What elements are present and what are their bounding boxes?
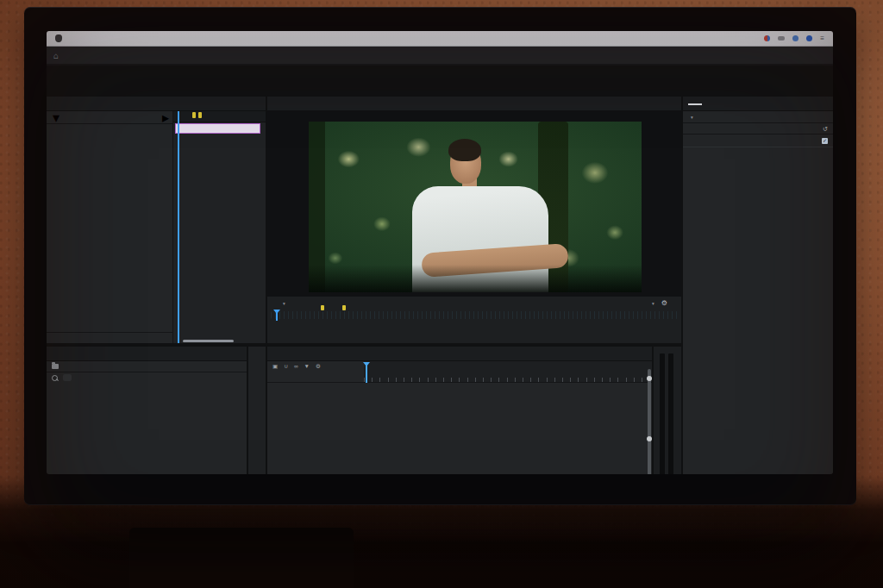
search-icon[interactable]: [52, 375, 58, 381]
menu-list-icon[interactable]: ≡: [820, 35, 824, 42]
timeline-settings-icon[interactable]: ⚙: [316, 364, 321, 370]
lumetri-clip-selector: ▾: [683, 111, 833, 123]
snap-magnet-icon[interactable]: ∪: [284, 364, 288, 370]
macos-menu-bar: ≡: [47, 31, 833, 47]
screen: ≡ ⌂ ▾: [47, 31, 833, 474]
sequence-marker-icon[interactable]: [192, 112, 196, 118]
tab-lumetri-color[interactable]: [688, 103, 702, 105]
chevron-right-icon[interactable]: ▸: [162, 109, 169, 126]
sequence-marker-icon[interactable]: [198, 112, 202, 118]
menu-extra-icon[interactable]: [806, 35, 812, 41]
mini-timeline-scrollbar[interactable]: [183, 340, 234, 342]
effect-controls-header: ▾ ▸: [47, 111, 172, 124]
filter-in-dropdown[interactable]: [63, 374, 72, 381]
menu-bar-extras: ≡: [764, 35, 824, 42]
effect-controls-panel: ▾ ▸: [47, 97, 266, 343]
scrubber-playhead[interactable]: [276, 310, 278, 321]
project-panel: ▤ ▦ ▣ ▨: [47, 347, 247, 474]
tools-panel: [248, 347, 266, 474]
photo-scene: ≡ ⌂ ▾: [0, 0, 883, 588]
transport-controls: [267, 322, 681, 340]
project-breadcrumb[interactable]: [47, 361, 247, 372]
monitor-bezel: ≡ ⌂ ▾: [24, 7, 856, 505]
effect-controls-mini-timeline[interactable]: [173, 111, 266, 343]
desk-object-silhouette: [129, 528, 354, 588]
chevron-down-icon[interactable]: ▾: [691, 115, 693, 120]
program-viewer: [267, 110, 681, 297]
app-main: ▾ ▸: [47, 66, 833, 474]
lumetri-color-panel: ▾ ↺ ✓: [683, 97, 833, 474]
foreground-shadow: [309, 265, 642, 292]
section-basic-correction[interactable]: ✓: [683, 134, 833, 147]
sequence-marker-icon[interactable]: [342, 305, 346, 310]
person-hair: [448, 139, 481, 161]
sequence-marker-icon[interactable]: [321, 305, 324, 310]
playback-resolution-dropdown[interactable]: ▾: [652, 300, 654, 306]
zoom-level-dropdown[interactable]: ▾: [283, 300, 285, 306]
project-filter-row: [47, 372, 247, 383]
workspace-bar: ⌂: [47, 47, 833, 66]
project-file-icon: [52, 364, 59, 369]
insert-overwrite-icon[interactable]: ▣: [272, 364, 278, 370]
timeline-panel: ▣ ∪ ∞ ▼ ⚙: [267, 347, 652, 474]
mini-timeline-ruler[interactable]: [173, 111, 266, 122]
home-icon[interactable]: ⌂: [53, 51, 59, 60]
program-scrubber[interactable]: [271, 311, 678, 319]
audio-meter-right: [668, 353, 673, 474]
program-tab[interactable]: [267, 97, 681, 111]
program-info-bar: ▾ ▾ ⚙: [267, 297, 681, 310]
timeline-playhead[interactable]: [366, 362, 367, 383]
program-monitor-panel: ▾ ▾ ⚙: [267, 97, 681, 343]
linked-selection-icon[interactable]: ∞: [294, 364, 298, 370]
mini-timeline-playhead[interactable]: [178, 111, 179, 343]
audio-meter-left: [660, 353, 665, 474]
audio-meters-panel: [654, 347, 681, 474]
apple-logo-icon[interactable]: [55, 34, 62, 42]
timeline-toolbar: ▣ ∪ ∞ ▼ ⚙: [272, 364, 364, 370]
menu-extra-icon[interactable]: [764, 35, 770, 41]
section-enabled-checkbox[interactable]: ✓: [822, 138, 828, 144]
menu-extra-icon[interactable]: [792, 35, 798, 41]
timeline-ruler[interactable]: [364, 361, 652, 382]
video-frame: [309, 122, 642, 292]
timeline-top-bar: ▣ ∪ ∞ ▼ ⚙: [267, 361, 652, 383]
settings-wrench-icon[interactable]: ⚙: [661, 299, 667, 307]
menu-extra-icon[interactable]: [778, 36, 785, 41]
adjustment-layer-clip[interactable]: [175, 123, 260, 134]
add-marker-icon[interactable]: ▼: [304, 364, 310, 370]
chevron-down-icon[interactable]: ▾: [53, 109, 59, 126]
reset-effect-icon[interactable]: ↺: [823, 125, 828, 133]
lumetri-fx-row: ↺: [683, 123, 833, 134]
effect-controls-footer: [47, 332, 172, 343]
timeline-vertical-scrollbar[interactable]: [648, 369, 651, 474]
